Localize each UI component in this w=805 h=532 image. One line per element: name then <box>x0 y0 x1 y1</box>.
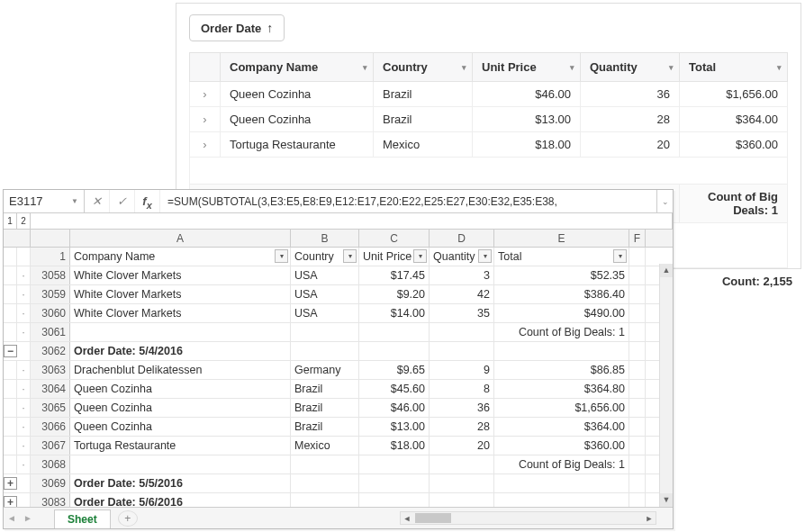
scroll-left-icon[interactable]: ◄ <box>401 514 413 523</box>
dropdown-icon[interactable]: ▼ <box>71 197 78 205</box>
expand-group-icon[interactable]: + <box>4 477 17 490</box>
collapse-group-icon[interactable]: − <box>4 345 17 357</box>
cell[interactable]: Count of Big Deals: 1 <box>494 323 629 341</box>
cell[interactable]: $86.85 <box>494 361 629 379</box>
cell[interactable] <box>430 455 494 473</box>
filter-icon[interactable]: ▾ <box>413 249 427 263</box>
cell[interactable]: Queen Cozinha <box>70 418 291 436</box>
cell[interactable] <box>430 323 494 341</box>
cell[interactable]: $46.00 <box>359 399 430 417</box>
cell[interactable]: Unit Price▾ <box>359 248 430 266</box>
dropdown-icon[interactable]: ▾ <box>570 63 574 72</box>
row-number[interactable]: 3066 <box>31 418 70 436</box>
cell[interactable] <box>629 248 646 266</box>
cell[interactable]: $360.00 <box>494 437 629 455</box>
col-quantity[interactable]: Quantity▾ <box>581 53 680 82</box>
cancel-formula-icon[interactable]: ✕ <box>85 190 110 212</box>
row-number[interactable]: 3064 <box>31 380 70 398</box>
cell[interactable]: 28 <box>430 418 494 436</box>
col-header-c[interactable]: C <box>359 230 430 247</box>
cell[interactable]: 42 <box>430 285 494 303</box>
col-total[interactable]: Total▾ <box>680 53 788 82</box>
scroll-right-icon[interactable]: ► <box>643 514 656 523</box>
row-number[interactable]: 3065 <box>31 399 70 417</box>
cell[interactable]: White Clover Markets <box>70 266 291 284</box>
cell[interactable] <box>291 342 359 360</box>
cell[interactable]: 36 <box>430 399 494 417</box>
cell[interactable] <box>629 342 646 360</box>
col-country[interactable]: Country▾ <box>374 53 473 82</box>
cell[interactable]: 35 <box>430 304 494 322</box>
expand-row-icon[interactable]: › <box>190 107 221 132</box>
col-header-f[interactable]: F <box>629 230 646 247</box>
col-unit-price[interactable]: Unit Price▾ <box>473 53 581 82</box>
cell[interactable] <box>629 474 646 492</box>
cell[interactable] <box>629 399 646 417</box>
cell[interactable] <box>629 323 646 341</box>
scroll-up-icon[interactable]: ▲ <box>660 264 673 277</box>
outline-level-1[interactable]: 1 <box>4 213 17 229</box>
cell[interactable]: Order Date: 5/5/2016 <box>70 474 291 492</box>
cell[interactable]: $386.40 <box>494 285 629 303</box>
accept-formula-icon[interactable]: ✓ <box>110 190 135 212</box>
cell[interactable] <box>359 342 430 360</box>
filter-icon[interactable]: ▾ <box>343 249 357 263</box>
cell[interactable] <box>430 493 494 507</box>
cell[interactable] <box>629 361 646 379</box>
expand-row-icon[interactable]: › <box>190 132 221 158</box>
cell[interactable]: $364.80 <box>494 380 629 398</box>
cell[interactable] <box>430 342 494 360</box>
cell[interactable] <box>629 418 646 436</box>
row-number[interactable]: 3067 <box>31 437 70 455</box>
expand-formula-icon[interactable]: ⌄ <box>656 190 673 212</box>
cell[interactable] <box>291 493 359 507</box>
cell[interactable]: White Clover Markets <box>70 285 291 303</box>
tab-nav-next-icon[interactable]: ► <box>20 513 36 523</box>
table-row[interactable]: ›Queen CozinhaBrazil$13.0028$364.00 <box>190 107 788 132</box>
cell[interactable]: $9.65 <box>359 361 430 379</box>
cell[interactable]: $364.00 <box>494 418 629 436</box>
cell[interactable] <box>359 455 430 473</box>
cell[interactable]: Country▾ <box>291 248 359 266</box>
cell[interactable]: Queen Cozinha <box>70 380 291 398</box>
row-number[interactable]: 1 <box>31 248 70 266</box>
vertical-scrollbar[interactable]: ▲ ▼ <box>659 264 673 507</box>
dropdown-icon[interactable]: ▾ <box>669 63 674 72</box>
add-sheet-icon[interactable]: + <box>118 510 138 527</box>
cell[interactable]: Queen Cozinha <box>70 399 291 417</box>
cell[interactable] <box>70 323 291 341</box>
scroll-down-icon[interactable]: ▼ <box>660 493 673 507</box>
cell[interactable]: $14.00 <box>359 304 430 322</box>
cell[interactable]: $45.60 <box>359 380 430 398</box>
cell[interactable] <box>629 304 646 322</box>
cell[interactable]: Company Name▾ <box>70 248 291 266</box>
cell[interactable]: Total▾ <box>494 248 629 266</box>
expand-group-icon[interactable]: + <box>4 496 17 507</box>
table-row[interactable]: ›Queen CozinhaBrazil$46.0036$1,656.00 <box>190 82 788 107</box>
cell[interactable]: Order Date: 5/4/2016 <box>70 342 291 360</box>
col-header-e[interactable]: E <box>494 230 629 247</box>
cell[interactable] <box>494 342 629 360</box>
cell[interactable]: Count of Big Deals: 1 <box>494 455 629 473</box>
cell[interactable]: 8 <box>430 380 494 398</box>
row-number[interactable]: 3069 <box>31 474 70 492</box>
select-all-corner[interactable] <box>31 230 70 247</box>
cell[interactable] <box>629 493 646 507</box>
cell[interactable] <box>291 323 359 341</box>
cell[interactable]: USA <box>291 266 359 284</box>
cell[interactable]: Mexico <box>291 437 359 455</box>
cell[interactable]: Brazil <box>291 399 359 417</box>
cell[interactable]: USA <box>291 285 359 303</box>
dropdown-icon[interactable]: ▾ <box>363 63 367 72</box>
cell[interactable] <box>494 493 629 507</box>
cell[interactable] <box>629 266 646 284</box>
row-number[interactable]: 3058 <box>31 266 70 284</box>
cell[interactable]: Quantity▾ <box>430 248 494 266</box>
cell[interactable] <box>629 380 646 398</box>
cell[interactable] <box>629 285 646 303</box>
cell[interactable] <box>291 455 359 473</box>
row-number[interactable]: 3061 <box>31 323 70 341</box>
cell[interactable]: Brazil <box>291 418 359 436</box>
col-header-b[interactable]: B <box>291 230 359 247</box>
scrollbar-thumb[interactable] <box>415 513 451 523</box>
